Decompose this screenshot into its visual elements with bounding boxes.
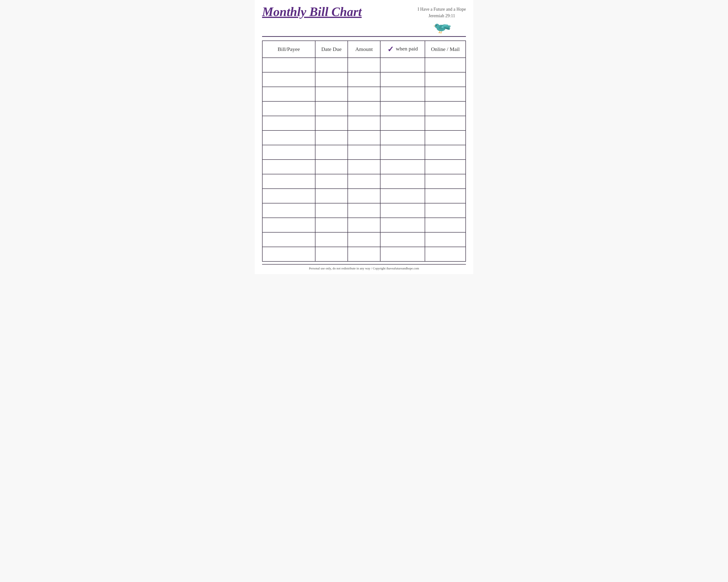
table-row <box>262 145 466 160</box>
table-cell <box>348 189 380 203</box>
table-cell <box>315 247 348 261</box>
table-cell <box>315 232 348 247</box>
table-cell <box>425 174 466 189</box>
table-cell <box>315 101 348 116</box>
col-check-when-paid: ✓ when paid <box>380 41 425 58</box>
table-cell <box>425 131 466 145</box>
bird-decoration <box>432 19 451 34</box>
table-cell <box>262 87 315 101</box>
table-cell <box>380 189 425 203</box>
col-check-when-paid-label: when paid <box>394 46 418 52</box>
table-cell <box>425 72 466 87</box>
table-body <box>262 58 466 261</box>
table-row <box>262 87 466 101</box>
table-cell <box>380 160 425 174</box>
table-cell <box>262 72 315 87</box>
table-cell <box>380 131 425 145</box>
table-cell <box>262 58 315 72</box>
svg-marker-4 <box>434 26 435 27</box>
table-cell <box>315 145 348 160</box>
table-cell <box>425 58 466 72</box>
header-right: I Have a Future and a Hope Jeremiah 29:1… <box>418 5 466 34</box>
subtitle: I Have a Future and a Hope Jeremiah 29:1… <box>418 6 466 19</box>
table-row <box>262 203 466 218</box>
table-cell <box>262 145 315 160</box>
svg-point-2 <box>436 25 437 26</box>
table-cell <box>380 87 425 101</box>
table-cell <box>425 247 466 261</box>
table-cell <box>380 203 425 218</box>
table-cell <box>262 174 315 189</box>
table-row <box>262 174 466 189</box>
table-cell <box>348 58 380 72</box>
table-cell <box>425 145 466 160</box>
table-cell <box>348 174 380 189</box>
table-cell <box>425 101 466 116</box>
table-row <box>262 218 466 232</box>
table-cell <box>315 58 348 72</box>
table-cell <box>262 116 315 131</box>
page: Monthly Bill Chart I Have a Future and a… <box>255 0 473 274</box>
col-date-due: Date Due <box>315 41 348 58</box>
table-cell <box>348 101 380 116</box>
table-cell <box>348 218 380 232</box>
bill-table: Bill/Payee Date Due Amount ✓ when paid O… <box>262 40 466 262</box>
table-cell <box>262 131 315 145</box>
col-online-mail-label: Online / Mail <box>431 46 460 52</box>
col-amount-label: Amount <box>355 46 373 52</box>
table-cell <box>315 174 348 189</box>
table-cell <box>380 145 425 160</box>
table-cell <box>348 87 380 101</box>
svg-point-1 <box>435 24 439 28</box>
table-cell <box>380 72 425 87</box>
table-cell <box>348 247 380 261</box>
table-cell <box>315 116 348 131</box>
col-bill-payee-label: Bill/Payee <box>278 46 300 52</box>
table-row <box>262 116 466 131</box>
col-bill-payee: Bill/Payee <box>262 41 315 58</box>
table-row <box>262 72 466 87</box>
table-cell <box>380 218 425 232</box>
table-cell <box>348 131 380 145</box>
table-cell <box>380 101 425 116</box>
col-date-due-label: Date Due <box>321 46 342 52</box>
table-cell <box>262 101 315 116</box>
table-cell <box>315 87 348 101</box>
table-cell <box>425 189 466 203</box>
table-cell <box>380 58 425 72</box>
table-row <box>262 247 466 261</box>
table-cell <box>425 218 466 232</box>
table-cell <box>425 232 466 247</box>
table-cell <box>262 218 315 232</box>
table-cell <box>262 203 315 218</box>
table-cell <box>425 160 466 174</box>
table-cell <box>380 116 425 131</box>
subtitle-line2: Jeremiah 29:11 <box>418 12 466 19</box>
table-cell <box>380 247 425 261</box>
footer-text: Personal use only, do not redistribute i… <box>309 267 419 270</box>
table-cell <box>315 131 348 145</box>
table-cell <box>348 232 380 247</box>
table-row <box>262 58 466 72</box>
table-cell <box>348 160 380 174</box>
table-row <box>262 160 466 174</box>
table-cell <box>425 116 466 131</box>
table-cell <box>348 203 380 218</box>
table-cell <box>262 160 315 174</box>
page-title: Monthly Bill Chart <box>262 5 362 19</box>
table-cell <box>262 189 315 203</box>
table-cell <box>315 72 348 87</box>
table-cell <box>348 145 380 160</box>
table-row <box>262 131 466 145</box>
table-cell <box>380 174 425 189</box>
table-row <box>262 189 466 203</box>
table-cell <box>315 203 348 218</box>
table-cell <box>348 116 380 131</box>
subtitle-line1: I Have a Future and a Hope <box>418 6 466 12</box>
table-cell <box>315 189 348 203</box>
checkmark-icon: ✓ <box>387 45 394 54</box>
header: Monthly Bill Chart I Have a Future and a… <box>262 5 466 37</box>
table-cell <box>262 232 315 247</box>
svg-line-11 <box>441 31 442 32</box>
table-row <box>262 101 466 116</box>
